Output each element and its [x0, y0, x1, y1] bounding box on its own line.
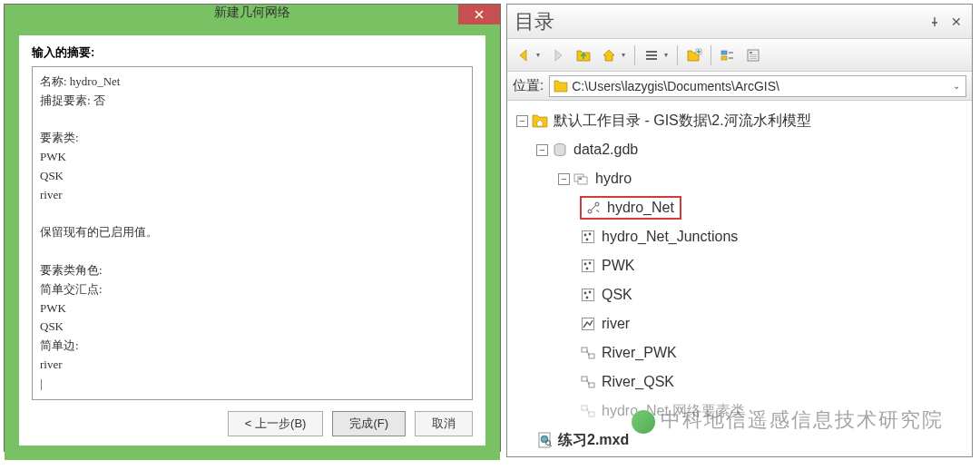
- cancel-button[interactable]: 取消: [415, 411, 473, 436]
- new-geometric-network-dialog: 新建几何网络 输入的摘要: 名称: hydro_Net 捕捉要素: 否 要素类:…: [4, 4, 501, 452]
- geodatabase-icon: [552, 142, 568, 158]
- line-feature-icon: [580, 316, 596, 332]
- summary-textbox[interactable]: 名称: hydro_Net 捕捉要素: 否 要素类: PWK QSK river…: [32, 66, 473, 400]
- collapse-icon[interactable]: −: [536, 144, 548, 156]
- home-button[interactable]: [598, 44, 620, 66]
- location-field[interactable]: ⌄: [549, 75, 966, 97]
- svg-point-28: [586, 297, 589, 299]
- list-dropdown[interactable]: ▾: [664, 51, 671, 59]
- svg-rect-21: [583, 260, 594, 272]
- pin-icon[interactable]: [926, 14, 943, 30]
- svg-rect-10: [750, 58, 757, 59]
- svg-rect-1: [646, 54, 657, 56]
- svg-rect-33: [589, 383, 594, 387]
- tree-item[interactable]: QSK: [511, 280, 968, 309]
- tree-label: PWK: [602, 258, 634, 274]
- toggle-contents-button[interactable]: [717, 44, 739, 66]
- tree-mxd[interactable]: 练习2.mxd: [511, 426, 968, 455]
- tree-label: River_PWK: [602, 345, 677, 361]
- catalog-title: 目录: [514, 8, 921, 35]
- tree-label: data2.gdb: [573, 142, 638, 158]
- tree-item[interactable]: PWK: [511, 251, 968, 280]
- svg-rect-8: [750, 54, 757, 55]
- svg-point-19: [589, 233, 592, 236]
- svg-rect-17: [583, 231, 594, 243]
- svg-point-24: [586, 268, 589, 270]
- svg-rect-32: [582, 377, 587, 381]
- tree-root[interactable]: − 默认工作目录 - GIS数据\2.河流水利模型: [511, 106, 968, 135]
- back-arrow-button[interactable]: [513, 44, 534, 66]
- point-feature-icon: [580, 229, 596, 245]
- point-feature-icon: [580, 258, 596, 274]
- svg-rect-30: [582, 348, 587, 352]
- svg-rect-9: [750, 56, 757, 57]
- tree-label: river: [602, 316, 630, 332]
- forward-arrow-button[interactable]: [547, 44, 569, 66]
- tree-label: River_QSK: [602, 374, 674, 390]
- svg-point-15: [588, 210, 592, 213]
- svg-rect-7: [750, 52, 752, 54]
- home-dropdown[interactable]: ▾: [622, 51, 629, 59]
- tree-label: hydro_Net 网络要素类: [602, 402, 745, 421]
- tree-gdb[interactable]: − data2.gdb: [511, 135, 968, 164]
- back-dropdown[interactable]: ▾: [536, 51, 544, 59]
- up-folder-button[interactable]: [573, 44, 594, 66]
- svg-rect-0: [646, 51, 657, 53]
- tree-label: 默认工作目录 - GIS数据\2.河流水利模型: [554, 112, 811, 131]
- catalog-toolbar: ▾ ▾ ▾: [507, 39, 972, 72]
- summary-title: 输入的摘要:: [32, 44, 473, 61]
- dialog-body: 输入的摘要: 名称: hydro_Net 捕捉要素: 否 要素类: PWK QS…: [5, 21, 500, 460]
- collapse-icon[interactable]: −: [516, 115, 528, 127]
- location-bar: 位置: ⌄: [507, 72, 972, 101]
- tree-label: 练习2.mxd: [558, 431, 629, 450]
- tree-item[interactable]: river: [511, 309, 968, 338]
- tree-label: hydro: [595, 171, 632, 187]
- svg-rect-35: [589, 412, 594, 416]
- connect-folder-button[interactable]: [683, 44, 705, 66]
- svg-point-18: [584, 234, 587, 237]
- svg-rect-29: [583, 318, 594, 330]
- svg-rect-2: [646, 58, 657, 60]
- relationship-class-icon: [580, 403, 596, 419]
- list-view-button[interactable]: [641, 44, 662, 66]
- svg-rect-34: [582, 406, 587, 410]
- geometric-network-icon: [585, 200, 602, 216]
- tree-item[interactable]: hydro_Net 网络要素类: [511, 397, 968, 426]
- back-button[interactable]: < 上一步(B): [228, 411, 324, 436]
- location-dropdown[interactable]: ⌄: [951, 81, 962, 91]
- dialog-inner: 输入的摘要: 名称: hydro_Net 捕捉要素: 否 要素类: PWK QS…: [19, 35, 485, 446]
- map-document-icon: [536, 432, 553, 448]
- svg-point-27: [589, 291, 592, 294]
- collapse-icon[interactable]: −: [558, 173, 570, 185]
- catalog-tree[interactable]: − 默认工作目录 - GIS数据\2.河流水利模型 − data2.gdb − …: [507, 101, 972, 456]
- location-label: 位置:: [513, 77, 544, 94]
- svg-point-22: [584, 263, 587, 266]
- svg-rect-4: [721, 51, 727, 54]
- finish-button[interactable]: 完成(F): [332, 411, 406, 436]
- catalog-panel: 目录 ✕ ▾ ▾ ▾: [506, 4, 973, 457]
- item-properties-button[interactable]: [742, 44, 764, 66]
- close-panel-button[interactable]: ✕: [948, 14, 965, 30]
- location-input[interactable]: [572, 79, 951, 93]
- svg-point-16: [595, 202, 599, 206]
- svg-rect-25: [583, 289, 594, 301]
- tree-item[interactable]: River_QSK: [511, 367, 968, 397]
- tree-item[interactable]: hydro_Net_Junctions: [511, 222, 968, 251]
- tree-label: hydro_Net_Junctions: [602, 229, 738, 245]
- feature-dataset-icon: [573, 171, 590, 187]
- tree-label: QSK: [602, 287, 632, 303]
- tree-label: hydro_Net: [607, 200, 674, 216]
- folder-icon: [554, 80, 568, 93]
- relationship-class-icon: [580, 345, 596, 361]
- dialog-title: 新建几何网络: [5, 5, 500, 21]
- tree-item[interactable]: River_PWK: [511, 338, 968, 367]
- dialog-close-button[interactable]: [458, 5, 500, 24]
- dialog-button-row: < 上一步(B) 完成(F) 取消: [32, 400, 473, 436]
- tree-item-hydro-net[interactable]: hydro_Net: [511, 193, 968, 222]
- highlighted-item: hydro_Net: [580, 196, 681, 220]
- tree-dataset[interactable]: − hydro: [511, 164, 968, 193]
- svg-point-26: [584, 292, 587, 295]
- relationship-class-icon: [580, 374, 596, 390]
- svg-rect-5: [721, 56, 727, 60]
- catalog-titlebar: 目录 ✕: [507, 5, 972, 39]
